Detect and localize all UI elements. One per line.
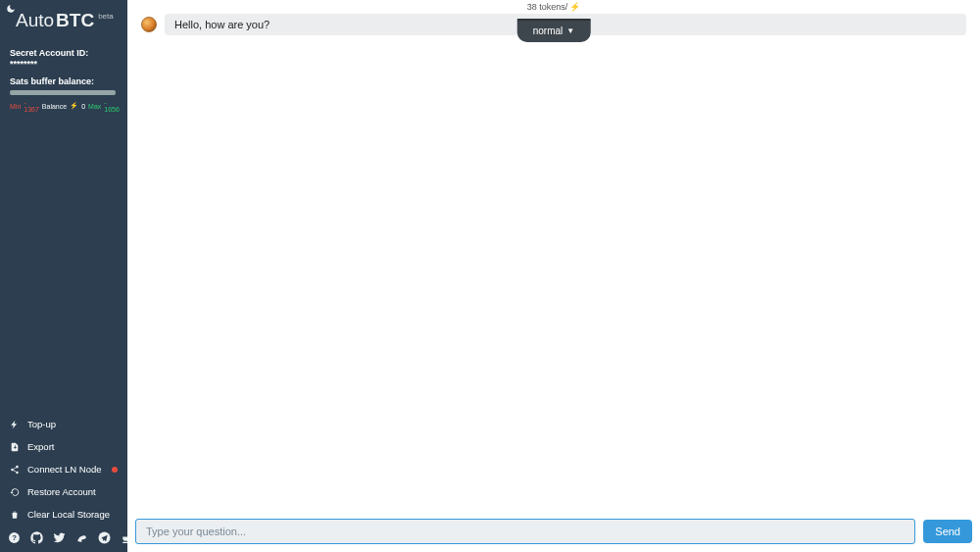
buffer-balance: Sats buffer balance: Min - 1367 Balance …	[0, 69, 127, 113]
mode-selector[interactable]: normal ▼	[517, 19, 591, 42]
account-id: Secret Account ID: ********	[0, 37, 127, 69]
trash-icon	[10, 510, 20, 520]
brand-btc: BTC	[56, 10, 94, 31]
question-input[interactable]	[135, 519, 915, 544]
export-icon	[10, 442, 20, 452]
brand-beta: beta	[98, 12, 114, 21]
menu-topup[interactable]: Top-up	[0, 413, 127, 435]
menu-connect-ln[interactable]: Connect LN Node	[0, 458, 127, 480]
svg-text:?: ?	[12, 533, 17, 542]
chat-area	[127, 35, 980, 513]
menu-clear-storage[interactable]: Clear Local Storage	[0, 503, 127, 526]
github-icon[interactable]	[30, 531, 43, 546]
brand[interactable]: AutoBTC beta	[0, 0, 127, 37]
input-bar: Send	[127, 513, 980, 552]
avatar	[141, 17, 157, 32]
balance-line: Min - 1367 Balance ⚡ 0 Max - 1656	[10, 99, 118, 113]
menu-export[interactable]: Export	[0, 435, 127, 458]
twitter-icon[interactable]	[53, 531, 66, 546]
send-button[interactable]: Send	[923, 520, 972, 543]
sidebar-menu: Top-up Export Connect LN Node Restore Ac…	[0, 413, 127, 526]
moon-icon[interactable]	[6, 4, 16, 16]
token-counter: 38 tokens/⚡	[127, 0, 980, 14]
share-icon	[10, 465, 20, 475]
buffer-label: Sats buffer balance:	[10, 76, 118, 86]
social-row: ?	[0, 526, 127, 552]
bolt-icon	[10, 420, 20, 429]
nostr-icon[interactable]	[75, 531, 88, 546]
restore-icon	[10, 487, 20, 497]
menu-restore[interactable]: Restore Account	[0, 480, 127, 503]
status-dot-icon	[112, 467, 118, 473]
sat-icon: ⚡	[569, 2, 580, 12]
main: 38 tokens/⚡ Hello, how are you? normal ▼…	[127, 0, 980, 552]
help-icon[interactable]: ?	[8, 531, 21, 546]
sidebar: AutoBTC beta Secret Account ID: ********…	[0, 0, 127, 552]
chevron-down-icon: ▼	[566, 26, 574, 35]
telegram-icon[interactable]	[98, 531, 111, 546]
brand-auto: Auto	[16, 10, 54, 31]
buffer-meter	[10, 90, 116, 95]
